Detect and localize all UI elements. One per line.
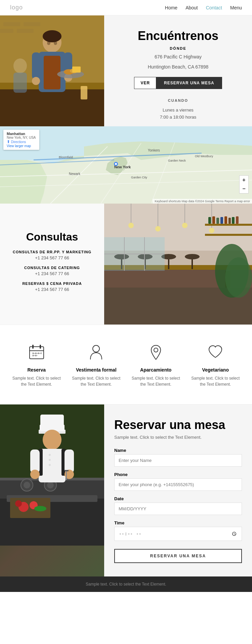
hero-section: Encuéntrenos DÓNDE 676 Pacific C Highway… (0, 15, 252, 126)
svg-rect-6 (17, 29, 34, 33)
where-label: DÓNDE (170, 46, 186, 50)
svg-rect-22 (13, 73, 27, 93)
svg-rect-63 (232, 217, 235, 224)
phone-field-group: Phone (114, 472, 242, 491)
schedule-weekdays: Lunes a viernes (160, 107, 196, 114)
reservar-button[interactable]: RESERVAR UNA MESA (156, 77, 222, 89)
map-directions[interactable]: ⬆ Directions (7, 139, 36, 144)
waiter-illustration (0, 15, 104, 126)
svg-point-95 (93, 345, 99, 352)
svg-marker-27 (0, 160, 47, 204)
svg-point-116 (49, 454, 51, 456)
feature-vegetariano-text: Sample text. Click to select the Text El… (188, 375, 242, 387)
chef-illustration (0, 404, 104, 546)
name-field-group: Name (114, 448, 242, 467)
svg-rect-3 (3, 22, 20, 26)
svg-rect-23 (81, 86, 87, 99)
nav-about[interactable]: About (185, 5, 198, 10)
svg-rect-10 (44, 56, 60, 89)
feature-vestimenta-text: Sample text. Click to select the Text El… (69, 375, 123, 387)
svg-text:Newark: Newark (69, 172, 81, 176)
nav-links: Home About Contact Menu (165, 5, 242, 11)
map-place-name: Manhattan (7, 132, 36, 136)
consultas-info: Consultas CONSULTAS DE RR.PP. Y MARKETIN… (0, 204, 104, 325)
svg-rect-60 (220, 217, 223, 224)
svg-rect-121 (30, 449, 40, 473)
svg-point-110 (34, 506, 46, 511)
svg-point-21 (13, 58, 27, 73)
svg-point-13 (32, 77, 40, 85)
heart-icon (205, 342, 226, 363)
svg-rect-92 (40, 352, 42, 354)
svg-rect-85 (32, 345, 34, 349)
time-label: Time (114, 520, 242, 525)
svg-text:Yonkers: Yonkers (148, 148, 160, 152)
nav-menu[interactable]: Menu (230, 5, 242, 10)
consultas-image (104, 204, 252, 325)
svg-point-75 (185, 254, 200, 259)
svg-rect-86 (40, 345, 41, 349)
ver-button[interactable]: VER (134, 77, 156, 89)
calendar-icon (26, 342, 47, 363)
chef-image (0, 404, 104, 576)
svg-rect-93 (32, 355, 34, 356)
feature-vegetariano-title: Vegetariano (188, 367, 242, 373)
contact-group-pr: CONSULTAS DE RR.PP. Y MARKETING +1 234 5… (13, 250, 91, 260)
date-input[interactable] (114, 503, 242, 515)
when-label: CUANDO (160, 98, 196, 104)
phone-input[interactable] (114, 478, 242, 491)
contact-group-reservas: RESERVAS $ CENA PRIVADA +1 234 567 77 66 (22, 282, 82, 292)
address-line1: 676 Pacific C Highway (155, 53, 202, 60)
pr-label: CONSULTAS DE RR.PP. Y MARKETING (13, 250, 91, 254)
reserve-submit-button[interactable]: RESERVAR UNA MESA (114, 549, 242, 563)
map-footer: Keyboard shortcuts Map data ©2024 Google… (153, 199, 252, 204)
zoom-out-button[interactable]: − (240, 184, 248, 193)
logo: logo (10, 4, 23, 11)
features-section: Reserva Sample text. Click to select the… (0, 325, 252, 404)
map-view-larger[interactable]: View larger map (7, 144, 36, 148)
svg-rect-61 (224, 216, 227, 224)
catering-phone: +1 234 567 77 66 (24, 271, 80, 276)
svg-point-96 (154, 348, 158, 352)
svg-point-50 (155, 226, 161, 231)
date-label: Date (114, 496, 242, 501)
feature-vegetariano: Vegetariano Sample text. Click to select… (188, 342, 242, 387)
nav-contact[interactable]: Contact (206, 5, 222, 10)
svg-rect-125 (66, 470, 67, 480)
svg-point-123 (30, 470, 40, 479)
svg-point-20 (54, 41, 57, 45)
footer-text: Sample text. Click to select the Text El… (10, 582, 242, 587)
hero-photo (0, 15, 104, 126)
svg-point-103 (24, 482, 30, 488)
catering-label: CONSULTAS DE CATERING (24, 266, 80, 270)
svg-point-105 (47, 482, 54, 488)
reservas-phone: +1 234 567 77 66 (22, 287, 82, 292)
svg-point-109 (15, 500, 22, 507)
reservation-subtitle: Sample text. Click to select the Text El… (114, 435, 242, 440)
feature-vestimenta-title: Vestimenta formal (69, 367, 123, 373)
svg-rect-89 (32, 352, 34, 354)
pr-phone: +1 234 567 77 66 (13, 255, 91, 260)
svg-rect-2 (0, 89, 104, 126)
svg-point-19 (47, 41, 50, 45)
nav-home[interactable]: Home (165, 5, 177, 10)
hero-title: Encuéntrenos (138, 29, 218, 43)
reservation-title: Reservar una mesa (114, 418, 242, 432)
time-input[interactable] (114, 527, 242, 541)
person-icon (85, 342, 107, 363)
name-input[interactable] (114, 454, 242, 467)
zoom-in-button[interactable]: + (240, 176, 248, 184)
reservation-form-area: Reservar una mesa Sample text. Click to … (104, 404, 252, 576)
map-place-sub: New York, NY, USA (7, 136, 36, 139)
svg-rect-126 (65, 470, 69, 471)
feature-aparcamiento: Aparcamiento Sample text. Click to selec… (129, 342, 183, 387)
map-info-box: Manhattan New York, NY, USA ⬆ Directions… (3, 130, 39, 150)
restaurant-bar-photo (104, 204, 252, 325)
svg-text:Old Westbury: Old Westbury (195, 155, 213, 158)
contact-group-catering: CONSULTAS DE CATERING +1 234 567 77 66 (24, 266, 80, 276)
svg-point-117 (49, 459, 51, 461)
map-zoom-controls: + − (239, 175, 249, 194)
svg-rect-90 (35, 352, 37, 354)
hero-image (0, 15, 104, 126)
svg-point-78 (225, 257, 252, 298)
